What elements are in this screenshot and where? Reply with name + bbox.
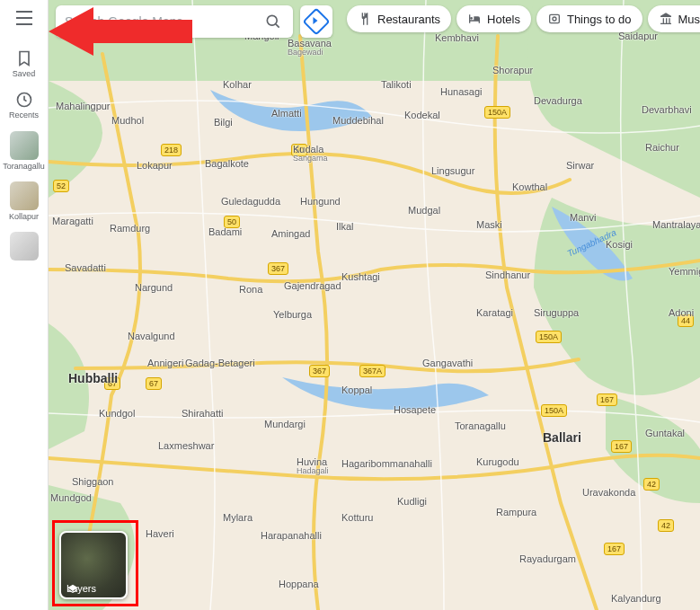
layers-icon <box>66 583 79 596</box>
search-input[interactable] <box>65 14 262 29</box>
saved-label: Saved <box>13 69 36 78</box>
map-canvas[interactable]: 150A 150A 150A 167 167 167 218 50 50 367… <box>49 0 700 610</box>
map-svg <box>49 0 700 610</box>
layers-button[interactable]: Layers <box>59 531 128 599</box>
layers-caption: Layers <box>66 583 96 594</box>
app-root: Saved Recents Toranagallu Kollapur <box>0 0 700 610</box>
restaurant-icon <box>358 12 372 26</box>
place-thumbnail-icon <box>10 232 39 261</box>
ticket-icon <box>547 12 562 26</box>
directions-icon <box>302 7 330 35</box>
saved-button[interactable]: Saved <box>0 49 48 78</box>
museum-icon <box>659 12 673 26</box>
recent-place-toranagallu[interactable]: Toranagallu <box>0 131 48 171</box>
chip-label: Restaurants <box>377 13 440 26</box>
chip-label: Hotels <box>487 13 520 26</box>
recents-label: Recents <box>9 111 39 119</box>
chip-hotels[interactable]: Hotels <box>456 5 531 32</box>
menu-button[interactable] <box>12 5 37 31</box>
search-icon <box>264 13 282 31</box>
recent-place-kollapur[interactable]: Kollapur <box>0 181 48 221</box>
chip-label: Things to do <box>567 13 632 26</box>
place-thumbnail-icon <box>10 181 39 210</box>
recent-place-unknown[interactable] <box>0 232 48 262</box>
hotel-icon <box>467 12 482 26</box>
svg-point-3 <box>553 17 556 21</box>
svg-point-1 <box>267 15 277 25</box>
left-sidebar: Saved Recents Toranagallu Kollapur <box>0 0 49 610</box>
place-thumbnail-icon <box>10 131 39 160</box>
bookmark-icon <box>15 49 33 67</box>
svg-rect-2 <box>550 14 560 22</box>
chip-museums[interactable]: Museums <box>648 5 701 32</box>
place-label: Kollapur <box>1 212 48 221</box>
search-box[interactable] <box>56 5 293 38</box>
search-button[interactable] <box>262 11 284 32</box>
search-container <box>56 5 332 38</box>
recents-button[interactable]: Recents <box>0 91 48 119</box>
chip-label: Museums <box>678 13 701 26</box>
chip-things-to-do[interactable]: Things to do <box>536 5 642 32</box>
directions-button[interactable] <box>300 5 332 38</box>
category-chips: Restaurants Hotels Things to do Museums <box>347 5 700 32</box>
chip-restaurants[interactable]: Restaurants <box>347 5 451 32</box>
clock-icon <box>15 91 33 109</box>
place-label: Toranagallu <box>1 162 48 171</box>
